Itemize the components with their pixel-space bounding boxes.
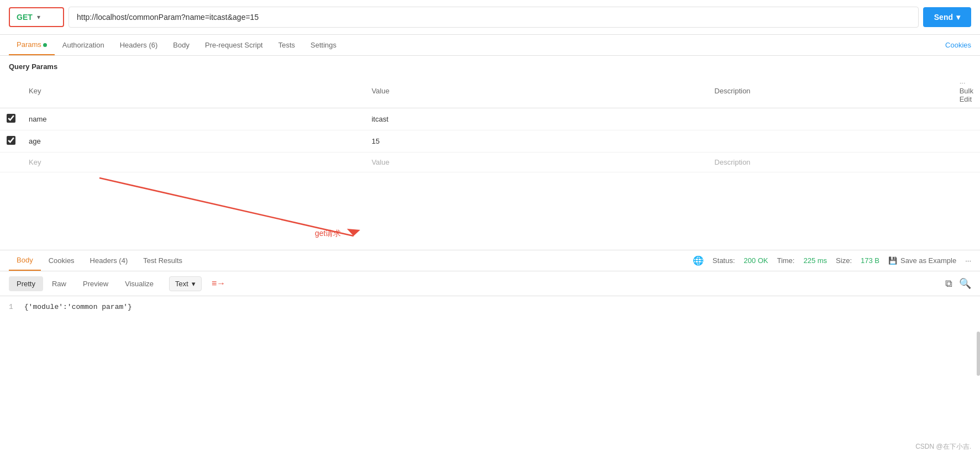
tab-settings[interactable]: Settings <box>303 35 344 55</box>
save-example-button[interactable]: 💾 Save as Example <box>888 256 956 265</box>
watermark: CSDN @在下小吉. <box>915 442 971 451</box>
wrap-icon: ≡→ <box>212 279 225 288</box>
tab-params[interactable]: Params <box>9 35 55 55</box>
row1-checkbox[interactable] <box>7 114 15 123</box>
time-label: Time: <box>777 256 794 265</box>
bulk-edit-dots: ··· <box>960 78 966 87</box>
scrollbar[interactable] <box>977 332 980 376</box>
empty-key-placeholder[interactable]: Key <box>29 158 41 166</box>
svg-line-0 <box>99 178 354 236</box>
empty-row: Key Value Description <box>0 153 980 172</box>
params-table: Key Value Description ··· Bulk Edit name… <box>0 74 980 172</box>
resp-tab-cookies[interactable]: Cookies <box>41 251 82 270</box>
row2-value[interactable]: 15 <box>365 130 708 153</box>
format-selector[interactable]: Text ▾ <box>169 276 202 291</box>
size-label: Size: <box>836 256 852 265</box>
resp-status-area: 🌐 Status: 200 OK Time: 225 ms Size: 173 … <box>693 255 971 266</box>
code-content: {'module':'common param'} <box>24 303 132 311</box>
col-checkbox <box>0 74 22 108</box>
row1-key[interactable]: name <box>22 108 365 130</box>
col-value: Value <box>365 74 708 108</box>
search-icon[interactable]: 🔍 <box>959 277 971 290</box>
table-row: name itcast <box>0 108 980 130</box>
annotation-area: get请求 <box>0 172 980 250</box>
line-number: 1 <box>9 303 13 311</box>
viewer-tab-preview[interactable]: Preview <box>75 276 116 291</box>
row2-checkbox[interactable] <box>7 136 15 145</box>
wrap-button[interactable]: ≡→ <box>207 276 230 291</box>
col-bulk-edit: ··· Bulk Edit <box>953 74 980 108</box>
body-actions-right: ⧉ 🔍 <box>945 277 971 290</box>
method-label: GET <box>17 13 33 22</box>
url-bar: GET ▾ Send ▾ <box>0 0 980 35</box>
code-area: 1{'module':'common param'} <box>0 296 980 318</box>
body-viewer-tabs: Pretty Raw Preview Visualize Text ▾ ≡→ ⧉… <box>0 271 980 296</box>
resp-tab-test-results[interactable]: Test Results <box>135 251 190 270</box>
row2-key[interactable]: age <box>22 130 365 153</box>
request-tabs: Params Authorization Headers (6) Body Pr… <box>0 35 980 56</box>
send-chevron-icon: ▾ <box>956 13 960 22</box>
format-label: Text <box>175 280 188 288</box>
bulk-edit-button[interactable]: Bulk Edit <box>960 87 973 103</box>
method-selector[interactable]: GET ▾ <box>9 7 64 27</box>
col-key: Key <box>22 74 365 108</box>
response-section: Body Cookies Headers (4) Test Results 🌐 … <box>0 250 980 318</box>
row1-value[interactable]: itcast <box>365 108 708 130</box>
empty-desc-placeholder[interactable]: Description <box>714 158 750 166</box>
tab-headers[interactable]: Headers (6) <box>112 35 166 55</box>
annotation-label: get请求 <box>315 229 341 239</box>
viewer-tab-raw[interactable]: Raw <box>44 276 74 291</box>
row2-bulk <box>953 130 980 153</box>
tab-tests[interactable]: Tests <box>271 35 303 55</box>
row2-desc[interactable] <box>708 130 952 153</box>
col-description: Description <box>708 74 952 108</box>
tab-authorization[interactable]: Authorization <box>55 35 112 55</box>
tab-body[interactable]: Body <box>165 35 197 55</box>
row1-desc[interactable] <box>708 108 952 130</box>
resp-tab-body[interactable]: Body <box>9 250 41 271</box>
empty-value-placeholder[interactable]: Value <box>372 158 389 166</box>
row1-bulk <box>953 108 980 130</box>
query-params-title: Query Params <box>0 56 980 74</box>
save-icon: 💾 <box>888 256 897 265</box>
save-example-label: Save as Example <box>900 256 956 265</box>
send-button[interactable]: Send ▾ <box>923 7 971 27</box>
table-row: age 15 <box>0 130 980 153</box>
viewer-tab-visualize[interactable]: Visualize <box>117 276 161 291</box>
viewer-tab-pretty[interactable]: Pretty <box>9 276 43 291</box>
time-value: 225 ms <box>803 256 827 265</box>
params-dot <box>43 43 47 47</box>
size-value: 173 B <box>861 256 879 265</box>
send-label: Send <box>934 13 953 22</box>
status-value: 200 OK <box>744 256 768 265</box>
format-chevron-icon: ▾ <box>192 280 196 288</box>
tab-pre-request[interactable]: Pre-request Script <box>197 35 271 55</box>
response-tabs-bar: Body Cookies Headers (4) Test Results 🌐 … <box>0 250 980 271</box>
more-options-icon[interactable]: ··· <box>965 256 971 265</box>
url-input[interactable] <box>69 7 919 28</box>
resp-tab-headers[interactable]: Headers (4) <box>82 251 136 270</box>
svg-marker-1 <box>347 229 360 236</box>
globe-icon: 🌐 <box>693 255 704 266</box>
copy-icon[interactable]: ⧉ <box>945 278 952 290</box>
cookies-link[interactable]: Cookies <box>945 41 971 49</box>
method-chevron-icon: ▾ <box>37 13 40 21</box>
status-label: Status: <box>713 256 735 265</box>
